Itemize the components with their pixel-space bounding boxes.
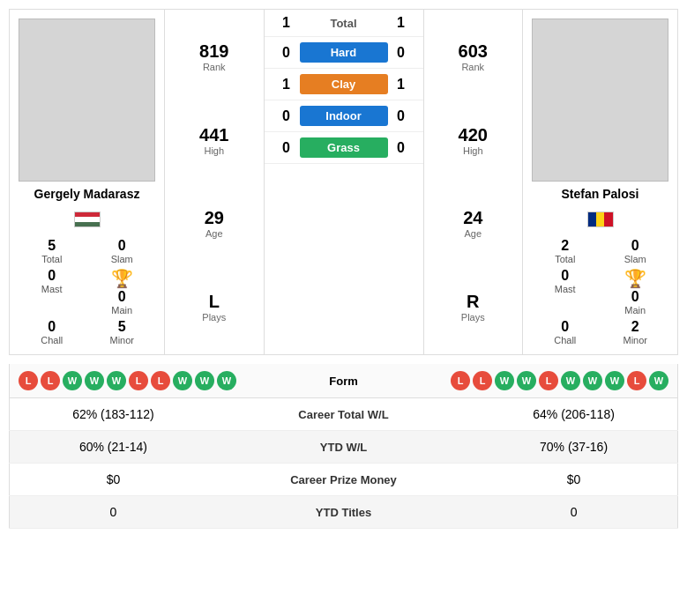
left-trophy-icon: 🏆 (111, 268, 133, 289)
right-rank-value: 603 (429, 41, 518, 62)
right-minor-cell: 2 Minor (602, 319, 669, 345)
form-badge-l: L (19, 371, 38, 390)
left-slam-label: Slam (111, 254, 133, 264)
right-total-cell: 2 Total (532, 238, 599, 264)
form-badge-w: W (583, 371, 602, 390)
form-badge-w: W (107, 371, 126, 390)
clay-row: 1 Clay 1 (265, 69, 423, 100)
left-plays-value: L (170, 292, 258, 312)
form-section: LLWWWLLWWW Form LLWWLWWWLW (9, 364, 678, 398)
left-main-value: 0 (118, 289, 126, 305)
indoor-left-score: 0 (273, 108, 300, 124)
left-minor-value: 5 (118, 319, 126, 335)
right-high-block: 420 High (429, 122, 518, 159)
grass-right-score: 0 (388, 140, 414, 156)
indoor-badge: Indoor (300, 106, 388, 126)
left-rank-label: Rank (170, 62, 258, 72)
clay-badge: Clay (300, 74, 388, 94)
total-left-score: 1 (273, 15, 300, 31)
stats-middle-label: YTD Titles (217, 496, 470, 529)
grass-badge: Grass (300, 137, 388, 158)
total-label: Total (330, 17, 356, 30)
clay-left-score: 1 (273, 77, 300, 93)
stats-right-value: $0 (470, 464, 677, 496)
right-plays-value: R (429, 292, 518, 312)
right-mast-value: 0 (561, 268, 569, 284)
left-age-value: 29 (170, 208, 258, 228)
right-main-cell: 🏆 0 Main (602, 268, 669, 315)
left-main-label: Main (111, 305, 132, 315)
right-plays-block: R Plays (429, 289, 518, 325)
stats-left-value: $0 (10, 464, 217, 496)
left-minor-label: Minor (109, 335, 134, 345)
clay-right-score: 1 (388, 77, 414, 93)
hard-row: 0 Hard 0 (265, 37, 423, 69)
stats-right-value: 70% (37-16) (470, 431, 677, 464)
total-right-score: 1 (388, 15, 414, 31)
stats-middle-label: Career Total W/L (217, 398, 470, 431)
right-player-grid: 2 Total 0 Slam 0 Mast 🏆 0 Main 0 (532, 238, 668, 345)
right-high-value: 420 (429, 125, 518, 145)
left-plays-block: L Plays (170, 289, 258, 325)
divider (9, 355, 678, 364)
middle-col: 1 Total 1 0 Hard 0 1 Clay 1 0 Indoor 0 (265, 10, 423, 354)
right-mast-label: Mast (555, 284, 576, 294)
left-high-label: High (170, 145, 258, 156)
left-chall-value: 0 (48, 319, 56, 335)
grass-row: 0 Grass 0 (265, 132, 423, 164)
stats-row: $0Career Prize Money$0 (10, 464, 678, 496)
left-main-cell: 🏆 0 Main (89, 268, 156, 315)
left-rank-value: 819 (170, 41, 258, 62)
form-badge-l: L (129, 371, 148, 390)
right-main-value: 0 (631, 289, 639, 305)
left-player-name: Gergely Madarasz (34, 187, 140, 201)
right-high-label: High (429, 145, 518, 156)
right-player-photo (532, 19, 668, 182)
form-badge-l: L (41, 371, 60, 390)
right-chall-cell: 0 Chall (532, 319, 599, 345)
right-total-label: Total (555, 254, 575, 264)
form-badge-l: L (539, 371, 558, 390)
left-chall-cell: 0 Chall (19, 319, 86, 345)
left-age-label: Age (170, 228, 258, 239)
form-badge-w: W (217, 371, 236, 390)
left-age-block: 29 Age (170, 205, 258, 241)
form-badge-w: W (517, 371, 536, 390)
form-badge-w: W (63, 371, 82, 390)
left-mast-value: 0 (48, 268, 56, 284)
stats-middle-label: YTD W/L (217, 431, 470, 464)
left-slam-value: 0 (118, 238, 126, 254)
form-badge-l: L (451, 371, 470, 390)
main-container: Gergely Madarasz 5 Total 0 Slam 0 Mast 🏆… (0, 0, 687, 538)
stats-right-value: 0 (470, 496, 677, 529)
right-minor-value: 2 (631, 319, 639, 335)
right-player-card: Stefan Palosi 2 Total 0 Slam 0 Mast 🏆 0 (522, 10, 677, 354)
total-row: 1 Total 1 (265, 10, 423, 37)
right-main-label: Main (624, 305, 646, 315)
left-player-card: Gergely Madarasz 5 Total 0 Slam 0 Mast 🏆… (10, 10, 165, 354)
stats-left-value: 60% (21-14) (10, 431, 217, 464)
stats-table: 62% (183-112)Career Total W/L64% (206-11… (9, 398, 678, 529)
form-badge-w: W (605, 371, 624, 390)
right-chall-value: 0 (561, 319, 569, 335)
stats-right-value: 64% (206-118) (470, 398, 677, 431)
indoor-right-score: 0 (388, 108, 414, 124)
left-player-grid: 5 Total 0 Slam 0 Mast 🏆 0 Main 0 (19, 238, 155, 345)
form-badge-w: W (495, 371, 514, 390)
left-plays-label: Plays (170, 312, 258, 323)
form-badge-w: W (561, 371, 580, 390)
right-player-flag (587, 212, 614, 227)
stats-tbody: 62% (183-112)Career Total W/L64% (206-11… (10, 398, 678, 529)
stats-row: 0YTD Titles0 (10, 496, 678, 529)
left-stat-panel: 819 Rank 441 High 29 Age L Plays (165, 10, 265, 354)
grass-left-score: 0 (273, 140, 300, 156)
right-form-badges: LLWWLWWWLW (397, 371, 669, 390)
right-total-value: 2 (561, 238, 569, 254)
hard-badge: Hard (300, 42, 388, 63)
left-slam-cell: 0 Slam (89, 238, 156, 264)
left-total-label: Total (41, 254, 62, 264)
stats-middle-label: Career Prize Money (217, 464, 470, 496)
form-badge-w: W (173, 371, 192, 390)
form-badge-l: L (151, 371, 170, 390)
form-badge-w: W (195, 371, 214, 390)
